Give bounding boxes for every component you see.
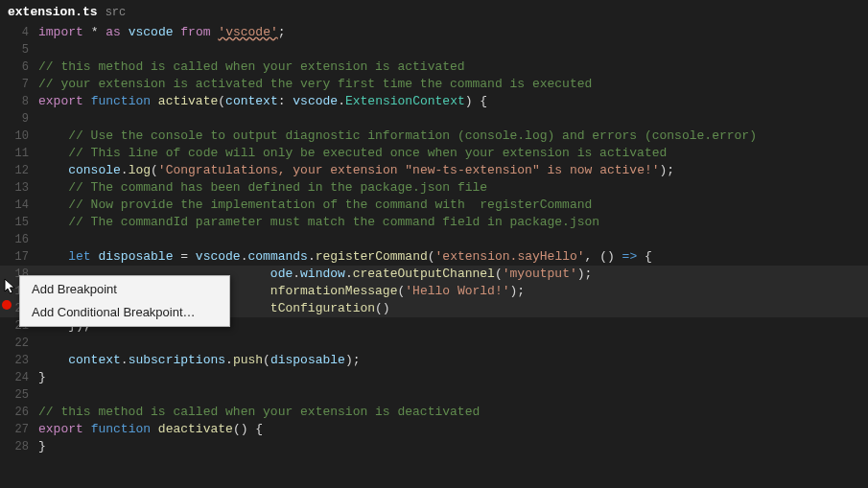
code-content[interactable]: console.log('Congratulations, your exten… (38, 162, 868, 179)
code-line[interactable]: 6// this method is called when your exte… (0, 58, 868, 76)
code-content[interactable] (38, 231, 868, 248)
line-number[interactable]: 4 (0, 24, 38, 41)
code-line[interactable]: 15 // The commandId parameter must match… (0, 214, 868, 231)
code-line[interactable]: 8export function activate(context: vscod… (0, 93, 868, 110)
code-line[interactable]: 13 // The command has been defined in th… (0, 179, 868, 197)
code-line[interactable]: 11 // This line of code will only be exe… (0, 145, 868, 162)
line-number[interactable]: 14 (0, 197, 38, 214)
code-content[interactable] (38, 41, 868, 58)
code-content[interactable]: // Now provide the implementation of the… (38, 197, 868, 214)
code-line[interactable]: 28} (0, 438, 868, 455)
line-number[interactable]: 27 (0, 421, 38, 438)
breakpoint-indicator[interactable] (2, 300, 12, 310)
tab-title[interactable]: extension.ts (8, 5, 98, 19)
editor-tab-bar: extension.ts src (0, 0, 868, 24)
menu-item-add-conditional-breakpoint[interactable]: Add Conditional Breakpoint… (20, 301, 229, 324)
line-number[interactable]: 28 (0, 438, 38, 455)
line-number[interactable]: 17 (0, 248, 38, 266)
code-line[interactable]: 24} (0, 369, 868, 386)
code-content[interactable]: let disposable = vscode.commands.registe… (38, 248, 868, 266)
line-number[interactable]: 11 (0, 145, 38, 162)
code-line[interactable]: 9 (0, 110, 868, 128)
code-line[interactable]: 4import * as vscode from 'vscode'; (0, 24, 868, 41)
code-content[interactable]: // This line of code will only be execut… (38, 145, 868, 162)
code-content[interactable] (38, 335, 868, 352)
code-line[interactable]: 23 context.subscriptions.push(disposable… (0, 352, 868, 369)
code-editor[interactable]: 4import * as vscode from 'vscode';56// t… (0, 24, 868, 455)
line-number[interactable]: 25 (0, 386, 38, 404)
code-content[interactable]: } (38, 438, 868, 455)
line-number[interactable]: 26 (0, 404, 38, 421)
code-line[interactable]: 5 (0, 41, 868, 58)
line-number[interactable]: 15 (0, 214, 38, 231)
code-line[interactable]: 22 (0, 335, 868, 352)
line-number[interactable]: 8 (0, 93, 38, 110)
code-content[interactable]: // this method is called when your exten… (38, 58, 868, 76)
line-number[interactable]: 6 (0, 58, 38, 76)
code-line[interactable]: 14 // Now provide the implementation of … (0, 197, 868, 214)
code-content[interactable] (38, 110, 868, 128)
gutter-context-menu: Add Breakpoint Add Conditional Breakpoin… (19, 275, 230, 327)
code-line[interactable]: 27export function deactivate() { (0, 421, 868, 438)
line-number[interactable]: 22 (0, 335, 38, 352)
code-content[interactable]: // The command has been defined in the p… (38, 179, 868, 197)
code-content[interactable]: } (38, 369, 868, 386)
code-line[interactable]: 12 console.log('Congratulations, your ex… (0, 162, 868, 179)
code-content[interactable]: import * as vscode from 'vscode'; (38, 24, 868, 41)
line-number[interactable]: 10 (0, 128, 38, 145)
line-number[interactable]: 5 (0, 41, 38, 58)
line-number[interactable]: 13 (0, 179, 38, 197)
code-content[interactable]: export function deactivate() { (38, 421, 868, 438)
line-number[interactable]: 24 (0, 369, 38, 386)
code-content[interactable] (38, 386, 868, 404)
tab-subpath: src (106, 6, 127, 19)
code-content[interactable]: // your extension is activated the very … (38, 76, 868, 93)
code-line[interactable]: 10 // Use the console to output diagnost… (0, 128, 868, 145)
menu-item-add-breakpoint[interactable]: Add Breakpoint (20, 278, 229, 301)
code-content[interactable]: export function activate(context: vscode… (38, 93, 868, 110)
code-content[interactable]: context.subscriptions.push(disposable); (38, 352, 868, 369)
line-number[interactable]: 12 (0, 162, 38, 179)
code-line[interactable]: 25 (0, 386, 868, 404)
line-number[interactable]: 16 (0, 231, 38, 248)
code-line[interactable]: 7// your extension is activated the very… (0, 76, 868, 93)
code-line[interactable]: 17 let disposable = vscode.commands.regi… (0, 248, 868, 266)
code-content[interactable]: // this method is called when your exten… (38, 404, 868, 421)
line-number[interactable]: 23 (0, 352, 38, 369)
code-content[interactable]: // The commandId parameter must match th… (38, 214, 868, 231)
code-line[interactable]: 26// this method is called when your ext… (0, 404, 868, 421)
code-line[interactable]: 16 (0, 231, 868, 248)
line-number[interactable]: 7 (0, 76, 38, 93)
code-content[interactable]: // Use the console to output diagnostic … (38, 128, 868, 145)
line-number[interactable]: 9 (0, 110, 38, 128)
